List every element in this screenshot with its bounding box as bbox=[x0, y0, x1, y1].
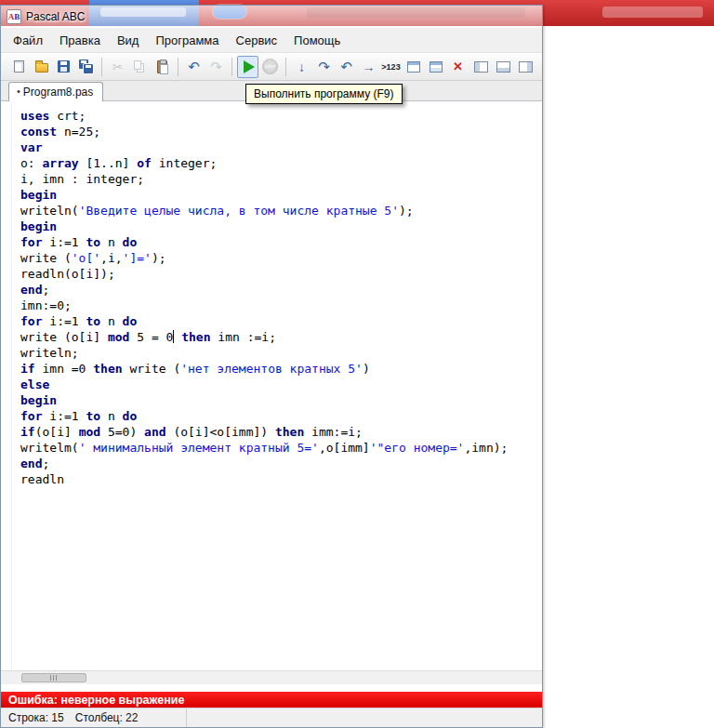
pascal-abc-window: AB Pascal ABC Файл Правка Вид Программа … bbox=[0, 5, 543, 728]
run-tooltip: Выполнить программу (F9) bbox=[245, 84, 403, 104]
paste-button[interactable] bbox=[152, 56, 173, 78]
dock-right-icon bbox=[519, 61, 533, 73]
tab-program8[interactable]: • Program8.pas bbox=[8, 82, 103, 101]
toolbar-separator bbox=[285, 58, 286, 76]
error-message: Ошибка: неверное выражение bbox=[8, 694, 184, 707]
tab-label: Program8.pas bbox=[23, 86, 93, 99]
scissors-icon: ✂ bbox=[112, 60, 124, 73]
title-bar[interactable]: AB Pascal ABC bbox=[1, 6, 542, 28]
code-line: if(o[i] mod 5=0) and (o[i]<o[imm]) then … bbox=[20, 424, 508, 440]
menu-bar: Файл Правка Вид Программа Сервис Помощь bbox=[1, 28, 542, 53]
code-line: for i:=1 to n do bbox=[20, 234, 508, 250]
toolbar-separator bbox=[101, 58, 102, 76]
code-line: else bbox=[20, 377, 508, 392]
undo-button[interactable]: ↶ bbox=[183, 56, 205, 78]
window-title: Pascal ABC bbox=[26, 10, 85, 23]
goto-cursor-icon: → bbox=[363, 60, 376, 73]
code-line: for i:=1 to n do bbox=[20, 313, 508, 329]
code-area: uses crt;const n=25;varo: array [1..n] o… bbox=[12, 101, 508, 670]
tab-modified-marker: • bbox=[17, 86, 20, 97]
code-line: const n=25; bbox=[20, 124, 508, 139]
step-into-icon: ↓ bbox=[298, 60, 305, 73]
menu-service[interactable]: Сервис bbox=[228, 30, 286, 51]
status-line: Строка: 15 bbox=[8, 711, 64, 724]
step-over-button[interactable]: ↷ bbox=[313, 56, 335, 78]
code-line: begin bbox=[20, 218, 508, 234]
step-into-button[interactable]: ↓ bbox=[291, 56, 312, 78]
dock-right-panel-button[interactable] bbox=[515, 56, 536, 78]
code-line: end; bbox=[20, 282, 508, 298]
code-line: o: array [1..n] of integer; bbox=[20, 155, 508, 171]
code-line: readln(o[i]); bbox=[20, 266, 508, 282]
menu-program[interactable]: Программа bbox=[147, 30, 227, 51]
code-line: write ('o[',i,']='); bbox=[20, 250, 508, 266]
paste-icon bbox=[157, 60, 167, 73]
run-button[interactable] bbox=[237, 56, 258, 78]
toolbar: ✂ ↶ ↷ STOP ↓ ↷ ↶ → >123 ✕ bbox=[1, 53, 542, 81]
code-line: if imn =0 then write ('нет элементов кра… bbox=[20, 361, 508, 377]
save-button[interactable] bbox=[53, 56, 74, 78]
toolbar-separator bbox=[231, 58, 232, 76]
dock-left-panel-button[interactable] bbox=[470, 56, 492, 78]
code-line: i, imn : integer; bbox=[20, 171, 508, 187]
error-bar: Ошибка: неверное выражение bbox=[1, 692, 542, 708]
code-line: readln bbox=[20, 471, 508, 487]
run-icon bbox=[244, 60, 255, 73]
step-out-icon: ↶ bbox=[340, 60, 352, 73]
variables-window-button[interactable] bbox=[425, 56, 446, 78]
code-line: writeln('Введите целые числа, в том числ… bbox=[20, 203, 508, 218]
code-line: begin bbox=[20, 392, 508, 408]
dock-bottom-icon bbox=[496, 61, 510, 73]
editor-gutter bbox=[1, 101, 12, 670]
new-file-icon bbox=[14, 60, 24, 73]
output-window-icon bbox=[407, 61, 420, 73]
save-all-icon bbox=[79, 60, 94, 74]
save-all-button[interactable] bbox=[75, 56, 97, 78]
code-line: begin bbox=[20, 187, 508, 203]
status-bar: Строка: 15 Столбец: 22 bbox=[1, 708, 542, 727]
app-icon: AB bbox=[7, 9, 21, 24]
menu-file[interactable]: Файл bbox=[5, 30, 51, 51]
output-window-button[interactable] bbox=[403, 56, 424, 78]
variables-window-icon bbox=[430, 61, 443, 73]
save-icon bbox=[58, 60, 70, 73]
status-column: Столбец: 22 bbox=[75, 711, 139, 724]
copy-button[interactable] bbox=[129, 56, 151, 78]
code-line: writelm(' минимальный элемент кратный 5=… bbox=[20, 440, 508, 456]
stop-icon: STOP bbox=[262, 59, 278, 74]
menu-help[interactable]: Помощь bbox=[285, 30, 349, 51]
open-file-button[interactable] bbox=[31, 56, 52, 78]
toolbar-separator bbox=[178, 58, 178, 76]
undo-icon: ↶ bbox=[188, 60, 200, 73]
open-folder-icon bbox=[35, 63, 48, 73]
step-out-button[interactable]: ↶ bbox=[336, 56, 357, 78]
cut-button[interactable]: ✂ bbox=[107, 56, 128, 78]
clear-output-button[interactable]: ✕ bbox=[447, 56, 469, 78]
redo-icon: ↷ bbox=[210, 60, 222, 73]
output-format-button[interactable]: >123 bbox=[380, 56, 402, 78]
bottom-gap bbox=[1, 684, 542, 692]
code-line: uses crt; bbox=[20, 108, 508, 124]
status-position-group: Строка: 15 Столбец: 22 bbox=[1, 708, 187, 727]
code-line: end; bbox=[20, 456, 508, 471]
copy-icon bbox=[134, 60, 141, 70]
scrollbar-thumb[interactable] bbox=[21, 673, 86, 682]
code-editor[interactable]: uses crt;const n=25;varo: array [1..n] o… bbox=[1, 101, 542, 670]
dock-left-icon bbox=[474, 61, 488, 73]
goto-cursor-button[interactable]: → bbox=[358, 56, 379, 78]
code-line: writeln; bbox=[20, 345, 508, 361]
banner-text-streak bbox=[602, 7, 703, 18]
new-file-button[interactable] bbox=[8, 56, 30, 78]
code-line: for i:=1 to n do bbox=[20, 408, 508, 424]
code-line: imn:=0; bbox=[20, 298, 508, 313]
menu-view[interactable]: Вид bbox=[109, 30, 148, 51]
redo-button[interactable]: ↷ bbox=[205, 56, 227, 78]
stop-button[interactable]: STOP bbox=[259, 56, 281, 78]
dock-bottom-panel-button[interactable] bbox=[493, 56, 514, 78]
horizontal-scrollbar[interactable] bbox=[1, 670, 542, 684]
scrollbar-grip bbox=[50, 675, 59, 681]
code-line: write (o[i] mod 5 = 0 then imn :=i; bbox=[20, 329, 508, 345]
number-format-icon: >123 bbox=[381, 62, 400, 72]
menu-edit[interactable]: Правка bbox=[51, 30, 109, 51]
code-line: var bbox=[20, 139, 508, 155]
